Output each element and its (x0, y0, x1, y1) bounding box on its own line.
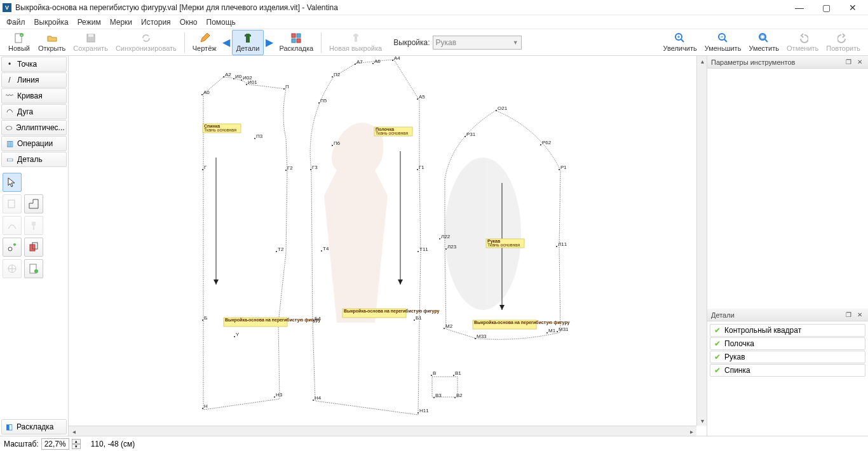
new-pattern-icon (350, 32, 362, 44)
svg-point-74 (202, 408, 203, 409)
open-icon (46, 32, 58, 44)
details-mode-button[interactable]: Детали (232, 30, 264, 55)
zoom-out-icon (717, 32, 729, 44)
draft-mode-button[interactable]: Чертёж (189, 30, 220, 55)
svg-text:Y: Y (236, 332, 240, 337)
detail-item[interactable]: ✔Спинка (710, 364, 865, 377)
minimize-button[interactable]: — (792, 1, 807, 14)
detail-icon: ▭ (6, 155, 13, 164)
svg-point-30 (34, 269, 38, 273)
close-button[interactable]: ✕ (845, 1, 860, 14)
tool-true-darts[interactable] (3, 259, 22, 278)
category-line[interactable]: /Линия (1, 72, 67, 88)
new-button[interactable]: + Новый (4, 30, 34, 55)
tool-new-detail[interactable] (3, 194, 22, 213)
layout-mode-button[interactable]: Раскладка (275, 30, 317, 55)
tool-export[interactable] (24, 259, 43, 278)
detail-item[interactable]: ✔Контрольный квадрат (710, 324, 865, 337)
scroll-left-icon[interactable]: ◂ (69, 426, 79, 436)
point-icon: • (6, 60, 13, 69)
svg-text:И01: И01 (248, 79, 257, 85)
category-detail[interactable]: ▭Деталь (1, 152, 67, 167)
step-down-icon[interactable]: ▾ (72, 444, 81, 449)
menu-file[interactable]: Файл (6, 18, 25, 27)
undock-icon[interactable]: ❐ (844, 58, 853, 67)
redo-button[interactable]: Повторить (822, 30, 864, 55)
zoom-in-button[interactable]: Увеличить (660, 30, 701, 55)
svg-point-88 (321, 250, 322, 252)
scroll-right-icon[interactable]: ▸ (686, 426, 696, 436)
svg-point-122 (475, 338, 476, 339)
category-arc[interactable]: ◠Дуга (1, 104, 67, 119)
svg-text:А6: А6 (374, 58, 381, 64)
window-title: Выкройка-основа на перегибистую фигуру.v… (15, 3, 792, 12)
details-panel-header: Детали ❐ ✕ (707, 309, 868, 321)
undock-icon[interactable]: ❐ (844, 311, 853, 320)
menu-help[interactable]: Помощь (207, 18, 236, 27)
svg-text:Г3: Г3 (312, 165, 318, 170)
svg-text:В1: В1 (455, 370, 461, 376)
prev-piece-button[interactable]: ◀ (220, 36, 232, 48)
svg-point-58 (246, 84, 247, 85)
undo-button[interactable]: Отменить (783, 30, 822, 55)
tool-path[interactable] (3, 216, 22, 235)
svg-text:М2: М2 (445, 323, 453, 329)
scroll-up-icon[interactable]: ▴ (697, 56, 707, 66)
svg-text:Н: Н (204, 403, 208, 409)
zoom-fit-button[interactable]: Уместить (745, 30, 783, 55)
maximize-button[interactable]: ▢ (818, 1, 834, 14)
drawing-canvas[interactable]: СпинкаТкань основнаяПолочкаТкань основна… (69, 56, 707, 436)
svg-point-102 (417, 251, 419, 252)
menubar: Файл Выкройка Режим Мерки История Окно П… (0, 15, 868, 29)
svg-rect-8 (297, 39, 301, 43)
svg-text:М33: М33 (477, 333, 487, 339)
menu-pattern[interactable]: Выкройка (34, 18, 69, 27)
tool-pin[interactable] (24, 216, 43, 235)
next-piece-button[interactable]: ▶ (264, 36, 275, 48)
svg-point-62 (283, 88, 285, 90)
pattern-dropdown[interactable]: Рукав ▼ (433, 36, 522, 50)
menu-measurements[interactable]: Мерки (110, 18, 132, 27)
tool-insert-node[interactable] (3, 238, 22, 257)
svg-point-68 (202, 320, 203, 321)
tool-duplicate[interactable] (24, 238, 43, 257)
category-elliptical[interactable]: ⬭Эллиптичес... (1, 120, 67, 135)
svg-point-116 (439, 238, 440, 239)
close-panel-icon[interactable]: ✕ (855, 58, 864, 67)
category-point[interactable]: •Точка (1, 57, 67, 72)
detail-item[interactable]: ✔Рукав (710, 351, 865, 363)
svg-line-10 (681, 39, 684, 42)
zoom-stepper[interactable]: ▴ ▾ (72, 439, 81, 449)
svg-text:П2: П2 (334, 72, 341, 77)
sync-button[interactable]: Синхронизировать (112, 30, 180, 55)
svg-text:Т11: Т11 (419, 246, 428, 252)
vertical-scrollbar[interactable]: ▴ ▾ (696, 56, 707, 426)
layout-panel-button[interactable]: ◧ Раскладка (1, 419, 67, 434)
menu-window[interactable]: Окно (180, 18, 198, 27)
horizontal-scrollbar[interactable]: ◂ ▸ (69, 426, 696, 436)
category-operations[interactable]: ▥Операции (1, 136, 67, 151)
tool-union[interactable] (24, 194, 43, 213)
zoom-out-button[interactable]: Уменьшить (701, 30, 745, 55)
svg-text:Б: Б (204, 315, 207, 321)
detail-item[interactable]: ✔Полочка (710, 337, 865, 350)
svg-text:В2: В2 (456, 393, 463, 398)
svg-point-78 (332, 76, 333, 77)
main-toolbar: + Новый Открыть Сохранить Синхронизирова… (0, 29, 868, 56)
menu-history[interactable]: История (141, 18, 171, 27)
tool-pointer[interactable] (3, 173, 22, 192)
save-button[interactable]: Сохранить (69, 30, 112, 55)
open-button[interactable]: Открыть (34, 30, 69, 55)
step-up-icon[interactable]: ▴ (72, 439, 81, 444)
svg-text:В: В (433, 370, 436, 376)
svg-text:П5: П5 (320, 98, 327, 104)
close-panel-icon[interactable]: ✕ (855, 311, 864, 320)
new-pattern-button[interactable]: Новая выкройка (325, 30, 386, 55)
zoom-value-field[interactable]: 22,7% (41, 438, 69, 450)
category-curve[interactable]: 〰Кривая (1, 88, 67, 104)
pattern-dropdown-label: Выкройка: (393, 38, 430, 47)
svg-text:Г: Г (204, 165, 207, 170)
svg-point-104 (414, 320, 415, 321)
scroll-down-icon[interactable]: ▾ (697, 415, 707, 426)
menu-mode[interactable]: Режим (78, 18, 101, 27)
